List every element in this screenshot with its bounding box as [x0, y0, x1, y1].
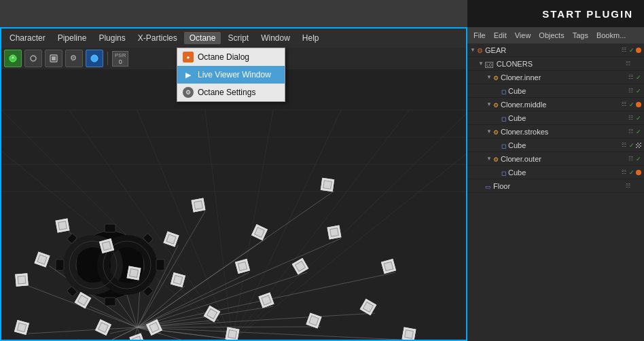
check-placeholder-floor	[633, 182, 641, 190]
scene-cube-20	[306, 312, 321, 328]
doc-icon-cube2: ☷	[626, 114, 634, 122]
toolbar-btn-3[interactable]	[65, 50, 83, 67]
menu-bar: Character Pipeline Plugins X-Particles O…	[1, 29, 466, 48]
tree-node-cloner-inner[interactable]: ▼⚙Cloner.inner☷✓	[467, 71, 644, 84]
check-icon-cloner-inner: ✓	[636, 74, 641, 81]
tree-node-icons-cube2: ☷✓	[626, 114, 644, 122]
rmenu-view[interactable]: View	[512, 30, 535, 41]
rmenu-tags[interactable]: Tags	[569, 30, 592, 41]
tree-node-label-cloner-middle: Cloner.middle	[501, 101, 620, 109]
tree-node-icons-cloners: ☷	[624, 60, 644, 68]
orange-dot-cloner-middle	[636, 102, 641, 107]
tree-node-floor[interactable]: ▭Floor☷	[467, 179, 644, 193]
expand-arrow-cloner-inner: ▼	[486, 74, 493, 80]
scene-cube-24	[381, 259, 396, 274]
tree-node-label-cube2: Cube	[508, 114, 626, 122]
svg-point-5	[73, 57, 74, 58]
header-title: START PLUGIN	[542, 8, 633, 20]
scene-cube-7	[129, 333, 145, 340]
scene-area	[1, 69, 466, 340]
menu-xparticles[interactable]: X-Particles	[132, 32, 183, 44]
octane-render-btn[interactable]	[4, 50, 22, 67]
check-icon-gear: ✓	[629, 47, 634, 54]
node-type-icon-cube1: ◻	[501, 86, 506, 96]
scene-cube-15	[226, 327, 240, 340]
tree-node-cloner-strokes[interactable]: ▼⚙Cloner.strokes☷✓	[467, 125, 644, 139]
svg-line-20	[232, 151, 466, 340]
menu-help[interactable]: Help	[297, 32, 325, 44]
doc-icon-cube1: ☷	[626, 87, 634, 95]
menu-window[interactable]: Window	[255, 32, 296, 44]
scene-cube-28	[146, 319, 162, 336]
toolbar-btn-1[interactable]	[24, 50, 42, 67]
rmenu-edit[interactable]: Edit	[490, 30, 510, 41]
svg-point-7	[91, 55, 98, 62]
tree-node-cube2[interactable]: ◻Cube☷✓	[467, 111, 644, 125]
rmenu-objects[interactable]: Objects	[535, 30, 567, 41]
orange-dot-gear	[636, 48, 641, 53]
psr-value: 0	[119, 58, 122, 65]
scene-cube-13	[204, 306, 221, 323]
doc-icon-gear: ☷	[620, 46, 628, 54]
rmenu-file[interactable]: File	[470, 30, 489, 41]
tree-node-icons-cube4: ☷✓	[620, 168, 644, 177]
menu-pipeline[interactable]: Pipeline	[52, 32, 92, 44]
scene-cube-26	[15, 273, 29, 287]
check-icon-cube2: ✓	[636, 115, 641, 122]
svg-rect-59	[156, 259, 164, 270]
check-icon-cloner-strokes: ✓	[636, 128, 641, 135]
dropdown-live-viewer-label: Live Viewer Window	[198, 70, 271, 79]
right-panel: File Edit View Objects Tags Bookm... ▼⚙G…	[467, 27, 644, 341]
toolbar-btn-2[interactable]	[45, 50, 62, 67]
scene-cube-16	[251, 224, 268, 240]
tree-node-cube1[interactable]: ◻Cube☷✓	[467, 84, 644, 98]
header-bar: START PLUGIN	[467, 0, 644, 27]
svg-rect-3	[52, 56, 56, 60]
svg-point-6	[72, 59, 74, 61]
doc-icon-floor: ☷	[624, 182, 632, 190]
tree-node-icons-gear: ☷✓	[620, 46, 644, 54]
menu-plugins[interactable]: Plugins	[93, 32, 130, 44]
scene-cube-17	[258, 292, 274, 308]
dropdown-live-viewer[interactable]: ▶ Live Viewer Window	[177, 66, 285, 84]
node-type-icon-cloner-middle: ⚙	[493, 100, 499, 109]
tree-node-cloner-outer[interactable]: ▼⚙Cloner.outer☷✓	[467, 152, 644, 166]
dropdown-settings[interactable]: ⚙ Octane Settings	[177, 84, 285, 101]
tree-node-cloners[interactable]: ▼L0CLONERS☷	[467, 57, 644, 71]
dropdown-settings-label: Octane Settings	[198, 88, 255, 97]
scene-cube-2	[14, 320, 29, 335]
node-type-icon-cube3: ◻	[501, 141, 506, 150]
svg-line-44	[137, 327, 348, 340]
doc-icon-cloner-middle: ☷	[620, 101, 628, 109]
svg-line-24	[29, 327, 137, 334]
scene-cube-14	[235, 259, 250, 274]
tree-node-cube4[interactable]: ◻Cube☷✓	[467, 166, 644, 179]
menu-character[interactable]: Character	[4, 32, 51, 44]
menu-script[interactable]: Script	[222, 32, 254, 44]
doc-icon-cloner-strokes: ☷	[626, 128, 634, 136]
tree-node-label-cloner-inner: Cloner.inner	[501, 73, 626, 82]
tree-node-icons-cloner-middle: ☷✓	[620, 101, 644, 109]
check-icon-cube4: ✓	[629, 169, 634, 176]
expand-arrow-cloner-middle: ▼	[486, 101, 493, 107]
svg-line-17	[232, 110, 341, 340]
settings-icon: ⚙	[183, 87, 194, 98]
tree-node-cloner-middle[interactable]: ▼⚙Cloner.middle☷✓	[467, 98, 644, 111]
scene-cube-6	[95, 319, 111, 336]
tree-node-label-cube1: Cube	[508, 87, 626, 95]
dropdown-octane-dialog[interactable]: ● Octane Dialog	[177, 48, 285, 66]
right-menu-bar: File Edit View Objects Tags Bookm...	[467, 27, 644, 43]
scene-cube-5	[127, 266, 141, 281]
tree-node-gear[interactable]: ▼⚙GEAR☷✓	[467, 43, 644, 57]
psr-badge: PSR 0	[112, 51, 128, 67]
toolbar-btn-blue[interactable]	[86, 50, 103, 67]
expand-arrow-cloner-strokes: ▼	[486, 128, 493, 134]
node-type-icon-floor: ▭	[485, 181, 491, 191]
svg-rect-56	[105, 224, 115, 232]
menu-octane[interactable]: Octane	[184, 32, 221, 44]
rmenu-bookmarks[interactable]: Bookm...	[593, 30, 629, 41]
orange-dot-cube4	[636, 170, 641, 175]
node-type-icon-cloner-strokes: ⚙	[493, 127, 499, 137]
node-type-icon-cube4: ◻	[501, 168, 506, 177]
tree-node-cube3[interactable]: ◻Cube☷✓	[467, 139, 644, 152]
